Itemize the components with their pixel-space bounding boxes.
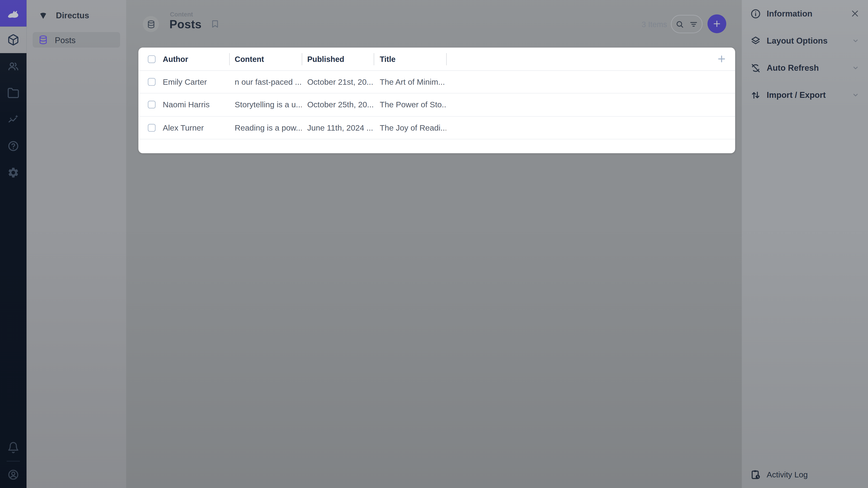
fan-icon: [38, 9, 49, 21]
cell-author: Alex Turner: [159, 123, 229, 132]
module-content[interactable]: [0, 27, 27, 53]
main-content: Content Posts 3 Items Author Content: [126, 0, 742, 488]
cell-author: Emily Carter: [159, 77, 229, 86]
row-checkbox[interactable]: [148, 78, 156, 86]
sidebar-section-auto-refresh[interactable]: Auto Refresh: [742, 54, 868, 81]
project-header[interactable]: Directus: [27, 0, 126, 30]
sidebar-section-information[interactable]: Information: [742, 0, 868, 27]
project-name: Directus: [56, 10, 89, 20]
rabbit-icon: [5, 5, 22, 22]
sidebar-section-label: Information: [767, 9, 845, 18]
cell-content: n our fast-paced ...: [229, 77, 302, 86]
module-bar: [0, 0, 27, 488]
search-icon[interactable]: [675, 20, 684, 29]
add-item-button[interactable]: [708, 14, 726, 33]
bookmark-icon[interactable]: [211, 20, 220, 29]
column-divider: [302, 53, 302, 65]
users-icon: [7, 60, 20, 72]
cell-content: Reading is a pow...: [229, 123, 302, 132]
chevron-down-icon: [851, 37, 860, 45]
cell-content: Storytelling is a u...: [229, 100, 302, 109]
sidebar-section-label: Import / Export: [767, 90, 846, 100]
database-icon: [147, 20, 155, 29]
gear-icon: [7, 166, 20, 179]
filter-icon[interactable]: [689, 20, 698, 29]
module-settings[interactable]: [0, 159, 27, 186]
select-all-checkbox[interactable]: [148, 55, 156, 63]
account-button[interactable]: [0, 461, 27, 488]
module-bar-spacer: [0, 186, 27, 434]
column-divider: [229, 53, 230, 65]
module-user-directory[interactable]: [0, 53, 27, 80]
nav-sidebar: Directus Posts: [27, 0, 126, 488]
table-header-row: Author Content Published Title: [138, 48, 735, 71]
insights-icon: [7, 113, 20, 126]
sidebar-section-import-export[interactable]: Import / Export: [742, 81, 868, 108]
cell-published: October 25th, 20...: [302, 100, 374, 109]
sidebar-section-label: Auto Refresh: [767, 63, 846, 72]
breadcrumb[interactable]: Content: [170, 11, 193, 18]
cell-published: June 11th, 2024 ...: [302, 123, 374, 132]
column-divider: [374, 53, 374, 65]
close-icon[interactable]: [850, 9, 860, 18]
table-row[interactable]: Naomi Harris Storytelling is a u... Octo…: [138, 94, 735, 117]
clipboard-clock-icon: [750, 469, 761, 480]
column-header-published[interactable]: Published: [302, 55, 374, 63]
activity-log-button[interactable]: Activity Log: [742, 461, 868, 488]
column-divider: [446, 53, 447, 65]
search-filter-pill: [671, 15, 703, 33]
add-field-button[interactable]: [717, 54, 726, 64]
bell-icon: [7, 442, 20, 454]
chevron-down-icon: [851, 91, 860, 99]
sidebar-section-label: Layout Options: [767, 36, 846, 45]
plus-icon: [717, 54, 726, 64]
cell-title: The Art of Minim...: [374, 77, 446, 86]
notifications-button[interactable]: [0, 434, 27, 461]
module-documentation[interactable]: [0, 133, 27, 160]
right-sidebar: Information Layout Options Auto Refresh: [742, 0, 868, 488]
user-circle-icon: [7, 468, 20, 481]
cell-title: The Joy of Readi...: [374, 123, 446, 132]
help-icon: [7, 140, 20, 152]
table-row[interactable]: Emily Carter n our fast-paced ... Octobe…: [138, 71, 735, 94]
database-icon: [38, 35, 48, 45]
row-checkbox[interactable]: [148, 124, 156, 131]
items-count: 3 Items: [642, 20, 667, 29]
plus-icon: [712, 20, 721, 28]
info-icon: [750, 8, 761, 19]
directus-app: Directus Posts Content Posts 3 Items: [0, 0, 868, 488]
sidebar-item-label: Posts: [55, 35, 75, 45]
row-checkbox[interactable]: [148, 101, 156, 109]
sync-disabled-icon: [750, 62, 761, 73]
column-header-title[interactable]: Title: [374, 55, 446, 63]
page-title: Posts: [169, 18, 202, 31]
collection-icon-circle: [143, 16, 159, 32]
import-export-icon: [750, 90, 761, 101]
cell-author: Naomi Harris: [159, 100, 229, 109]
sidebar-section-layout-options[interactable]: Layout Options: [742, 27, 868, 54]
chevron-down-icon: [851, 64, 860, 72]
cell-published: October 21st, 20...: [302, 77, 374, 86]
folder-icon: [7, 87, 20, 99]
module-insights[interactable]: [0, 106, 27, 133]
module-file-library[interactable]: [0, 80, 27, 106]
cell-title: The Power of Sto...: [374, 100, 446, 109]
layers-icon: [750, 35, 761, 46]
box-icon: [7, 34, 20, 46]
table-row[interactable]: Alex Turner Reading is a pow... June 11t…: [138, 117, 735, 139]
items-table: Author Content Published Title Emily Car…: [138, 48, 735, 153]
project-logo-button[interactable]: [0, 0, 27, 27]
activity-log-label: Activity Log: [767, 470, 808, 479]
column-header-content[interactable]: Content: [229, 55, 302, 63]
sidebar-item-posts[interactable]: Posts: [33, 32, 120, 48]
column-header-author[interactable]: Author: [159, 55, 229, 63]
